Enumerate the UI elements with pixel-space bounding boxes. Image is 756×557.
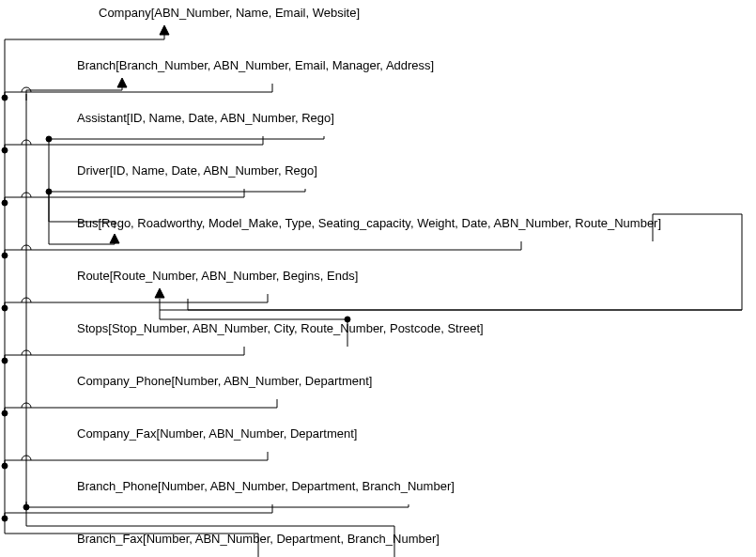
attr-company_phone-abn_number: ABN_Number [224, 374, 298, 388]
bracket-close: ] [354, 426, 358, 441]
attr-company_fax-department: Department [290, 426, 354, 441]
comma: , [340, 532, 347, 546]
attr-stops-abn_number: ABN_Number [193, 321, 267, 335]
attr-branch_phone-department: Department [291, 479, 355, 493]
attr-bus-seating_capacity: Seating_capacity [318, 216, 410, 230]
attr-branch_fax-abn_number: ABN_Number [195, 532, 270, 546]
svg-point-5 [2, 253, 8, 258]
attr-company_phone-number: Number [175, 374, 218, 388]
comma: , [229, 6, 236, 20]
comma: , [320, 269, 327, 283]
svg-point-10 [2, 516, 8, 521]
entity-name: Company_Phone [77, 374, 171, 388]
comma: , [202, 216, 208, 230]
attr-bus-weight: Weight [417, 216, 455, 230]
entity-bus: Bus[Rego, Roadworthy, Model_Make, Type, … [77, 216, 661, 230]
attr-company_fax-abn_number: ABN_Number [208, 426, 283, 441]
svg-point-6 [2, 305, 8, 311]
entity-company_fax: Company_Fax[Number, ABN_Number, Departme… [77, 426, 357, 441]
comma: , [142, 111, 148, 125]
entity-name: Driver [77, 163, 110, 178]
attr-branch-abn_number: ABN_Number [213, 58, 287, 72]
comma: , [276, 269, 283, 283]
bracket-close: ] [436, 532, 440, 546]
comma: , [305, 6, 312, 20]
attr-branch_phone-number: Number [162, 479, 205, 493]
attr-branch-manager: Manager [332, 58, 380, 72]
bracket-close: ] [314, 163, 317, 178]
comma: , [312, 216, 318, 230]
svg-point-4 [2, 200, 8, 206]
attr-bus-abn_number: ABN_Number [494, 216, 568, 230]
svg-point-7 [2, 358, 8, 364]
entity-name: Stops [77, 321, 108, 335]
entity-company: Company[ABN_Number, Name, Email, Website… [99, 6, 360, 20]
bracket-close: ] [657, 216, 661, 230]
svg-point-3 [2, 147, 8, 153]
attr-assistant-rego: Rego [301, 111, 331, 125]
bracket-close: ] [480, 321, 484, 335]
entity-branch_phone: Branch_Phone[Number, ABN_Number, Departm… [77, 479, 455, 493]
comma: , [288, 58, 295, 72]
attr-branch-email: Email [295, 58, 326, 72]
comma: , [383, 321, 390, 335]
comma: , [181, 111, 188, 125]
attr-bus-model_make: Model_Make [208, 216, 278, 230]
entity-name: Branch [77, 58, 116, 72]
svg-point-8 [2, 410, 8, 416]
entity-name: Assistant [77, 111, 127, 125]
attr-company-name: Name [236, 6, 269, 20]
attr-driver-date: Date [171, 163, 196, 178]
attr-assistant-date: Date [189, 111, 214, 125]
diagram-canvas: Company[ABN_Number, Name, Email, Website… [0, 0, 756, 557]
entity-assistant: Assistant[ID, Name, Date, ABN_Number, Re… [77, 111, 334, 125]
attr-route-ends: Ends [327, 269, 355, 283]
comma: , [455, 216, 461, 230]
svg-point-2 [2, 95, 8, 101]
attr-branch-branch_number: Branch_Number [119, 58, 208, 72]
comma: , [326, 58, 332, 72]
entity-name: Company [99, 6, 151, 20]
comma: , [267, 321, 273, 335]
comma: , [284, 426, 290, 441]
attr-branch_fax-department: Department [276, 532, 340, 546]
comma: , [125, 163, 131, 178]
bracket-close: ] [431, 58, 435, 72]
bracket-close: ] [369, 374, 373, 388]
svg-marker-0 [160, 25, 169, 35]
attr-driver-rego: Rego [285, 163, 314, 178]
attr-company-website: Website [313, 6, 357, 20]
entity-branch: Branch[Branch_Number, ABN_Number, Email,… [77, 58, 434, 72]
attr-assistant-id: ID [130, 111, 142, 125]
svg-point-25 [46, 189, 52, 194]
attr-stops-route_number: Route_Number [301, 321, 382, 335]
comma: , [269, 6, 275, 20]
attr-bus-rego: Rego [101, 216, 131, 230]
attr-driver-id: ID [113, 163, 125, 178]
bracket-close: ] [355, 269, 359, 283]
attr-company-email: Email [275, 6, 306, 20]
attr-branch_phone-branch_number: Branch_Number [363, 479, 452, 493]
entity-name: Bus [77, 216, 98, 230]
entity-name: Company_Fax [77, 426, 157, 441]
attr-stops-street: Street [447, 321, 480, 335]
attr-branch-address: Address [386, 58, 431, 72]
comma: , [299, 374, 305, 388]
attr-assistant-abn_number: ABN_Number [221, 111, 295, 125]
attr-assistant-name: Name [149, 111, 182, 125]
bracket-close: ] [331, 111, 334, 125]
attr-stops-city: City [274, 321, 294, 335]
attr-company_phone-department: Department [305, 374, 369, 388]
comma: , [355, 479, 362, 493]
svg-point-9 [2, 463, 8, 469]
svg-marker-20 [117, 78, 127, 87]
entity-driver: Driver[ID, Name, Date, ABN_Number, Rego] [77, 163, 317, 178]
attr-stops-postcode: Postcode [390, 321, 440, 335]
entity-name: Route [77, 269, 110, 283]
entity-name: Branch_Fax [77, 532, 143, 546]
attr-stops-stop_number: Stop_Number [112, 321, 187, 335]
attr-branch_fax-branch_number: Branch_Number [347, 532, 437, 546]
attr-driver-abn_number: ABN_Number [203, 163, 277, 178]
svg-point-22 [46, 136, 52, 142]
attr-bus-roadworthy: Roadworthy [137, 216, 201, 230]
